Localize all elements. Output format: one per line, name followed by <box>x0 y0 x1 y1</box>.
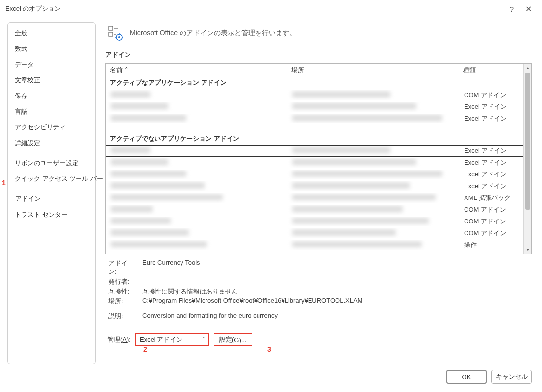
addins-list[interactable]: 名前 ˄ 場所 種類 アクティブなアプリケーション アドインCOM アドインEx… <box>105 63 532 254</box>
addin-name-cell <box>106 217 287 226</box>
ok-button[interactable]: OK <box>446 370 487 384</box>
manage-selected-value: Excel アドイン <box>140 335 182 344</box>
addin-name-cell <box>106 193 287 203</box>
detail-addin-label: アドイン: <box>108 259 135 276</box>
sidebar-item[interactable]: アドイン <box>8 191 95 207</box>
addin-row[interactable]: Excel アドイン <box>106 101 523 113</box>
sidebar-item[interactable]: 文章校正 <box>8 73 95 88</box>
sidebar-item[interactable]: 保存 <box>8 88 95 104</box>
addin-row[interactable]: Excel アドイン <box>106 169 523 180</box>
divider <box>107 327 530 327</box>
detail-compat-value: 互換性に関する情報はありません <box>142 287 238 296</box>
addin-name-cell <box>106 114 287 123</box>
addin-location-cell <box>287 146 459 156</box>
addin-location-cell <box>287 205 459 215</box>
detail-location-label: 場所: <box>108 297 135 306</box>
addin-name-cell <box>106 181 287 191</box>
callout-2: 2 <box>143 345 147 353</box>
addin-type-cell: Excel アドイン <box>459 101 523 112</box>
column-name-header[interactable]: 名前 ˄ <box>106 64 287 76</box>
addin-name-cell <box>106 205 287 215</box>
addin-detail: アドイン: Euro Currency Tools 発行者: 互換性: 互換性に… <box>105 254 532 323</box>
cancel-button[interactable]: キャンセル <box>491 370 532 384</box>
scrollbar-thumb[interactable] <box>525 73 530 210</box>
column-type-header[interactable]: 種類 <box>459 64 523 76</box>
sidebar-divider <box>12 153 91 153</box>
addin-type-cell: COM アドイン <box>459 216 523 227</box>
window-title: Excel のオプション <box>5 4 61 13</box>
sidebar-item[interactable]: 言語 <box>8 104 95 120</box>
column-location-header[interactable]: 場所 <box>287 64 459 76</box>
addins-list-header[interactable]: 名前 ˄ 場所 種類 <box>106 64 523 76</box>
addin-row[interactable]: COM アドイン <box>106 89 523 101</box>
excel-options-dialog: Excel のオプション ? ✕ 全般数式データ文章校正保存言語アクセシビリティ… <box>0 0 542 392</box>
addin-location-cell <box>287 102 459 112</box>
addin-name-cell <box>106 240 287 250</box>
sidebar-item[interactable]: 数式 <box>8 41 95 57</box>
addin-type-cell: COM アドイン <box>459 228 523 239</box>
sidebar-item[interactable]: データ <box>8 57 95 73</box>
svg-rect-2 <box>109 32 113 36</box>
detail-desc-label: 説明: <box>108 312 135 320</box>
scrollbar[interactable]: ▴ ▾ <box>523 64 531 254</box>
section-title: アドイン <box>105 50 532 59</box>
addin-row[interactable]: Excel アドイン <box>106 113 523 124</box>
addin-type-cell: Excel アドイン <box>459 113 523 124</box>
addin-type-cell: XML 拡張パック <box>459 193 523 203</box>
sidebar-item[interactable]: リボンのユーザー設定 <box>8 155 95 171</box>
addin-row[interactable]: XML 拡張パック <box>106 192 523 204</box>
addin-location-cell <box>287 240 459 250</box>
sidebar-item[interactable]: 全般 <box>8 25 95 41</box>
addin-type-cell: COM アドイン <box>459 204 523 215</box>
addin-group-header: アクティブでないアプリケーション アドイン <box>106 132 523 145</box>
addin-location-cell <box>287 228 459 238</box>
help-icon[interactable]: ? <box>503 1 520 17</box>
sidebar-item[interactable]: トラスト センター <box>8 207 95 222</box>
addin-type-cell: 操作 <box>459 240 523 250</box>
addin-location-cell <box>287 217 459 226</box>
sidebar: 全般数式データ文章校正保存言語アクセシビリティ詳細設定リボンのユーザー設定クイッ… <box>7 22 96 364</box>
addin-group-header: アクティブなアプリケーション アドイン <box>106 76 523 89</box>
sidebar-item[interactable]: 詳細設定 <box>8 135 95 151</box>
addin-type-cell: COM アドイン <box>459 90 523 100</box>
manage-label: 管理(A): <box>107 335 130 344</box>
detail-desc-value: Conversion and formatting for the euro c… <box>142 312 278 320</box>
addin-row[interactable]: Excel アドイン <box>106 145 523 157</box>
addin-location-cell <box>287 181 459 191</box>
detail-publisher-label: 発行者: <box>108 277 135 286</box>
addin-location-cell <box>287 90 459 100</box>
sidebar-item[interactable]: アクセシビリティ <box>8 120 95 135</box>
main-panel: Microsoft Office のアドインの表示と管理を行います。 アドイン … <box>105 22 535 364</box>
addin-name-cell <box>106 90 287 100</box>
svg-rect-0 <box>109 26 113 30</box>
addin-name-cell <box>106 146 287 156</box>
sidebar-item[interactable]: クイック アクセス ツール バー <box>8 171 95 187</box>
addin-type-cell: Excel アドイン <box>459 169 523 180</box>
addin-row[interactable]: COM アドイン <box>106 227 523 239</box>
scroll-up-icon[interactable]: ▴ <box>524 64 532 72</box>
addin-location-cell <box>287 158 459 168</box>
close-icon[interactable]: ✕ <box>520 1 537 17</box>
addins-panel-icon <box>107 25 124 42</box>
addin-name-cell <box>106 158 287 168</box>
detail-addin-value: Euro Currency Tools <box>142 259 200 276</box>
addin-type-cell: Excel アドイン <box>459 146 523 156</box>
addin-location-cell <box>287 114 459 123</box>
detail-compat-label: 互換性: <box>108 287 135 296</box>
addin-row[interactable]: COM アドイン <box>106 216 523 227</box>
addin-row[interactable]: COM アドイン <box>106 204 523 216</box>
footer-buttons: OK キャンセル <box>0 364 542 392</box>
addin-location-cell <box>287 193 459 203</box>
manage-select[interactable]: Excel アドイン <box>135 333 209 346</box>
addin-row[interactable]: Excel アドイン <box>106 180 523 192</box>
manage-row: 管理(A): Excel アドイン 設定(G)... <box>105 332 532 349</box>
addin-name-cell <box>106 102 287 112</box>
sidebar-divider <box>12 189 91 189</box>
scroll-down-icon[interactable]: ▾ <box>524 246 532 254</box>
go-button[interactable]: 設定(G)... <box>214 333 252 346</box>
addin-row[interactable]: 操作 <box>106 239 523 251</box>
titlebar: Excel のオプション ? ✕ <box>0 0 542 17</box>
addin-row[interactable]: Excel アドイン <box>106 157 523 169</box>
callout-3: 3 <box>267 345 271 353</box>
addin-name-cell <box>106 228 287 238</box>
